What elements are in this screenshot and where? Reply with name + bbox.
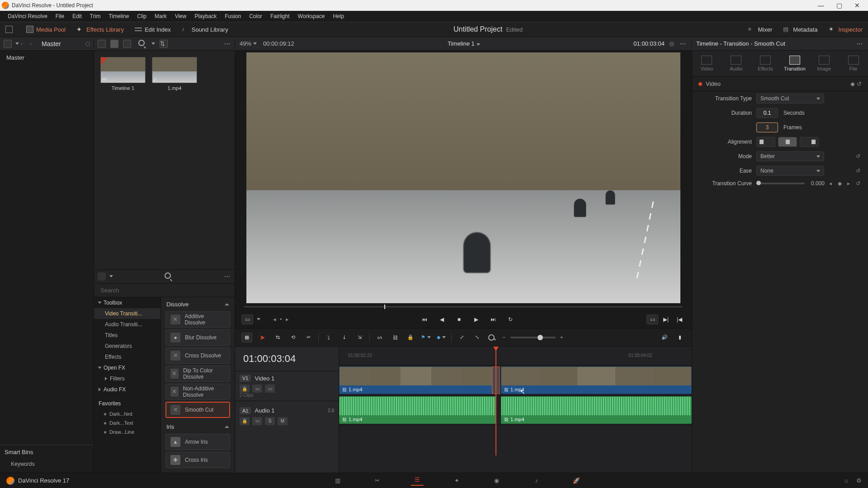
curve-kf-next[interactable]: ▸ bbox=[845, 180, 852, 187]
timeline-tracks[interactable]: 01:00:02:22 01:00:04:02 ↖ ⛓1.mp4 ⛓1.mp4 bbox=[339, 347, 692, 473]
fav-2[interactable]: ★Dark...Text bbox=[94, 418, 160, 427]
goto-first-icon[interactable]: ⏮ bbox=[419, 314, 430, 324]
duration-frames-input[interactable]: 3 bbox=[756, 122, 778, 132]
single-viewer-btn[interactable]: ▭ bbox=[646, 314, 658, 324]
clip-view-list[interactable] bbox=[123, 40, 131, 48]
overwrite-clip-icon[interactable]: ⤓ bbox=[339, 333, 349, 343]
fx-options-icon[interactable]: ⋯ bbox=[224, 273, 231, 280]
nav-fwd[interactable]: › bbox=[30, 40, 37, 47]
tree-titles[interactable]: Titles bbox=[94, 330, 160, 341]
program-viewer[interactable] bbox=[246, 52, 680, 303]
tab-file[interactable]: File bbox=[839, 51, 868, 76]
a1-clip-a[interactable]: ⛓1.mp4 bbox=[339, 396, 496, 424]
play-icon[interactable]: ▶ bbox=[470, 314, 482, 324]
tab-effects[interactable]: Effects bbox=[751, 51, 780, 76]
dynamic-trim-icon[interactable]: ⟲ bbox=[288, 333, 298, 343]
menu-mark[interactable]: Mark bbox=[151, 13, 171, 19]
effects-library-toggle[interactable]: ✦Effects Library bbox=[71, 22, 129, 37]
fx-panel-icon[interactable] bbox=[98, 272, 106, 281]
fx-blur-dissolve[interactable]: ●Blur Dissolve bbox=[165, 329, 230, 346]
match-frame-prev[interactable]: ◂ bbox=[273, 316, 276, 323]
page-edit-icon[interactable]: ☰ bbox=[411, 476, 424, 486]
page-media-icon[interactable]: ▥ bbox=[331, 476, 344, 486]
tab-video[interactable]: Video bbox=[692, 51, 722, 76]
curve-kf-prev[interactable]: ◂ bbox=[827, 180, 834, 187]
menu-edit[interactable]: Edit bbox=[68, 13, 86, 19]
zoom-slider[interactable] bbox=[510, 337, 556, 338]
fx-non-additive-dissolve[interactable]: ✕Non-Additive Dissolve bbox=[165, 384, 230, 400]
smart-bin-keywords[interactable]: Keywords bbox=[5, 459, 89, 469]
link-icon[interactable]: ⛓ bbox=[390, 333, 401, 343]
menu-trim[interactable]: Trim bbox=[86, 13, 105, 19]
ease-reset-icon[interactable]: ↺ bbox=[854, 168, 862, 174]
fx-dip-color-dissolve[interactable]: ✕Dip To Color Dissolve bbox=[165, 366, 230, 382]
project-settings-icon[interactable]: ⚙ bbox=[856, 477, 862, 484]
v1-clip-b[interactable]: ⛓1.mp4 bbox=[501, 366, 692, 394]
flag-icon[interactable]: ⚑ bbox=[420, 333, 431, 343]
viewer-scrubber[interactable] bbox=[235, 303, 692, 310]
zoom-minus-icon[interactable]: − bbox=[502, 334, 506, 341]
clip-1mp4[interactable]: ♪ 1.mp4 bbox=[152, 57, 197, 91]
goto-last-icon[interactable]: ⏭ bbox=[487, 314, 499, 324]
transition-curve-slider[interactable] bbox=[756, 183, 805, 184]
tree-effects[interactable]: Effects bbox=[94, 352, 160, 362]
fx-cat-dissolve[interactable]: Dissolve bbox=[161, 297, 235, 310]
v1-disp2[interactable]: ▭ bbox=[265, 385, 275, 393]
match-frame-next[interactable]: ▸ bbox=[286, 316, 289, 323]
fx-smooth-cut[interactable]: ✕Smooth Cut bbox=[165, 402, 230, 418]
selection-tool-icon[interactable]: ➤ bbox=[257, 333, 268, 343]
blade-tool-icon[interactable]: ✂ bbox=[303, 333, 314, 343]
fx-search-input[interactable]: Search bbox=[94, 284, 235, 297]
fx-panel-chev[interactable] bbox=[109, 275, 113, 277]
viewer-zoom-pct[interactable]: 49% bbox=[240, 40, 251, 47]
transition-curve-value[interactable]: 0.000 bbox=[811, 180, 825, 187]
fx-search-btn[interactable] bbox=[165, 272, 173, 280]
clip-timeline1[interactable]: ▭ Timeline 1 bbox=[100, 57, 146, 91]
align-end-btn[interactable] bbox=[800, 137, 819, 147]
duration-seconds-input[interactable]: 0.1 bbox=[756, 108, 778, 118]
menu-view[interactable]: View bbox=[171, 13, 191, 19]
media-pool-toggle[interactable]: Media Pool bbox=[21, 22, 71, 37]
tree-filters[interactable]: Filters bbox=[94, 373, 160, 384]
fav-3[interactable]: ★Draw...Line bbox=[94, 427, 160, 436]
layout-selector[interactable] bbox=[0, 22, 21, 37]
clip-view-metadata[interactable] bbox=[98, 40, 106, 48]
tab-image[interactable]: Image bbox=[809, 51, 839, 76]
page-cut-icon[interactable]: ✂ bbox=[371, 476, 384, 486]
tab-audio[interactable]: Audio bbox=[722, 51, 751, 76]
window-maximize[interactable]: ▢ bbox=[830, 0, 848, 11]
clip-sort-icon[interactable]: ⇅ bbox=[160, 40, 168, 48]
page-deliver-icon[interactable]: 🚀 bbox=[570, 476, 583, 486]
tree-video-transitions[interactable]: Video Transiti... bbox=[94, 308, 160, 319]
align-start-btn[interactable] bbox=[756, 137, 775, 147]
menu-color[interactable]: Color bbox=[245, 13, 266, 19]
bin-view-btn[interactable] bbox=[4, 40, 12, 48]
tree-audio-transitions[interactable]: Audio Transiti... bbox=[94, 319, 160, 330]
dim-icon[interactable]: ▮ bbox=[675, 333, 685, 343]
timeline-timecode[interactable]: 01:00:03:04 bbox=[235, 347, 339, 371]
menu-timeline[interactable]: Timeline bbox=[104, 13, 133, 19]
sound-library-toggle[interactable]: ♪Sound Library bbox=[176, 22, 234, 37]
a1-disp[interactable]: ▭ bbox=[252, 417, 262, 425]
track-header-v1[interactable]: V1Video 1 🔒 ▭ ▭ 2 Clips bbox=[235, 371, 339, 401]
marker-icon[interactable]: ◆ bbox=[436, 333, 447, 343]
loop-icon[interactable]: ↻ bbox=[505, 314, 516, 324]
zoom-plus-icon[interactable]: + bbox=[560, 334, 564, 341]
audio-monitor-icon[interactable]: 🔊 bbox=[659, 333, 670, 343]
clip-search-icon[interactable] bbox=[138, 40, 147, 47]
timeline-ruler[interactable]: 01:00:02:22 01:00:04:02 bbox=[339, 347, 692, 366]
clip-view-thumb[interactable] bbox=[110, 40, 118, 48]
snapping-icon[interactable]: ᔕ bbox=[374, 333, 385, 343]
tl-zoom-full[interactable]: ⤢ bbox=[456, 333, 467, 343]
viewer-options-icon[interactable]: ⋯ bbox=[680, 40, 687, 47]
mixer-toggle[interactable]: ≡Mixer bbox=[743, 22, 778, 37]
curve-kf-add[interactable]: ◆ bbox=[836, 180, 843, 187]
v1-disp1[interactable]: ▭ bbox=[252, 385, 262, 393]
fx-arrow-iris[interactable]: ▲Arrow Iris bbox=[165, 434, 230, 450]
v1-clip-a[interactable]: ⛓1.mp4 bbox=[339, 366, 493, 394]
nav-back[interactable]: ‹ bbox=[21, 40, 28, 47]
lock-icon[interactable]: 🔒 bbox=[405, 333, 416, 343]
tab-transition[interactable]: Transition bbox=[780, 51, 809, 76]
inspector-toggle[interactable]: ✶Inspector bbox=[823, 22, 868, 37]
fx-cross-iris[interactable]: ✚Cross Iris bbox=[165, 452, 230, 468]
